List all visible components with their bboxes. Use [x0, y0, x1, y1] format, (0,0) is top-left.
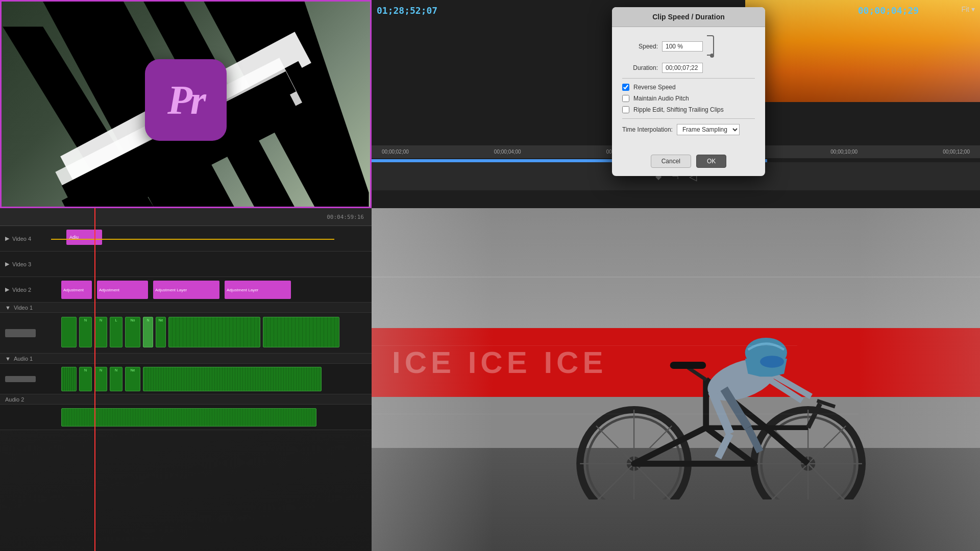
ripple-edit-checkbox[interactable] [622, 106, 629, 113]
audio-clip-5[interactable]: Ne [125, 367, 140, 391]
track-area: ▶ Video 4 Adju ▶ Video 3 [0, 226, 372, 551]
maintain-audio-pitch-label: Maintain Audio Pitch [633, 95, 689, 102]
audio-clip-a2-long[interactable] [61, 408, 316, 427]
track-a2-clips [0, 405, 372, 430]
track-audio-2-content [0, 405, 372, 430]
yellow-work-area-bar [0, 239, 372, 240]
track-video-3: ▶ Video 3 [0, 252, 372, 277]
track-label-audio-2: Audio 2 [0, 396, 61, 403]
track-video-2: ▶ Video 2 Adjustment Adjustment Adjustme… [0, 277, 372, 303]
clip-green-3[interactable]: N [94, 317, 107, 347]
audio-clip-3[interactable]: N [94, 367, 107, 391]
duration-value[interactable]: 00;00;07;22 [662, 63, 703, 73]
clip-adju-v4[interactable]: Adju [66, 230, 102, 245]
track-name-video-3: Video 3 [12, 261, 31, 267]
track-name-video-1: Video 1 [14, 305, 33, 311]
reverse-speed-checkbox[interactable] [622, 84, 629, 91]
motion-streak-2 [372, 345, 797, 346]
track-label-audio-1: ▼ Audio 1 [0, 356, 61, 362]
clip-adjustment-1-label: Adjustment [63, 288, 84, 292]
reverse-speed-label: Reverse Speed [633, 84, 676, 91]
clip-green-5[interactable]: No [125, 317, 140, 347]
fit-label-text: Fit [961, 5, 969, 13]
track-expand-icon-a1[interactable]: ▼ [5, 356, 11, 362]
speed-label: Speed: [622, 43, 658, 50]
track-audio-2-header: Audio 2 [0, 394, 372, 405]
audio-clip-long[interactable] [143, 367, 322, 391]
time-interpolation-label: Time Interpolation: [622, 126, 673, 133]
track-label-video-1: ▼ Video 1 [0, 305, 61, 311]
track-video-1-header: ▼ Video 1 [0, 303, 372, 313]
track-v1-clips: N N L No N Ne [61, 313, 372, 353]
track-audio-1-content: N N N Ne [0, 364, 372, 394]
track-label-video-3: ▶ Video 3 [0, 261, 61, 267]
maintain-audio-pitch-row[interactable]: Maintain Audio Pitch [622, 95, 755, 102]
clip-speed-dialog: Clip Speed / Duration Speed: 100 % [612, 7, 765, 176]
track-a1-volume[interactable] [5, 376, 36, 382]
dialog-divider-2 [622, 118, 755, 119]
fit-dropdown[interactable]: Fit ▾ [961, 5, 975, 13]
clip-green-long[interactable] [168, 317, 260, 347]
clip-green-4[interactable]: L [110, 317, 122, 347]
clip-green-6[interactable]: N [143, 317, 153, 347]
panel-cyclist: ice ice ice [372, 208, 980, 551]
track-content-video-2: Adjustment Adjustment Adjustment Layer A… [61, 277, 372, 302]
dialog-titlebar: Clip Speed / Duration [612, 7, 765, 27]
track-expand-icon-v3[interactable]: ▶ [5, 261, 9, 267]
pr-letter: Pr [167, 77, 204, 123]
cyclist-figure [493, 260, 919, 499]
track-expand-icon-v1[interactable]: ▼ [5, 305, 11, 311]
duration-label: Duration: [622, 64, 658, 71]
dialog-buttons: Cancel OK [612, 149, 765, 176]
fit-chevron-icon: ▾ [971, 5, 975, 13]
track-a1-controls [0, 376, 61, 382]
dialog-title: Clip Speed / Duration [652, 13, 725, 21]
svg-line-33 [688, 367, 706, 380]
speed-value[interactable]: 100 % [662, 41, 703, 52]
clip-adjustment-layer-1-label: Adjustment Layer [155, 288, 187, 292]
maintain-audio-pitch-checkbox[interactable] [622, 95, 629, 102]
track-name-audio-2: Audio 2 [5, 396, 24, 403]
reverse-speed-row[interactable]: Reverse Speed [622, 84, 755, 91]
ripple-edit-label: Ripple Edit, Shifting Trailing Clips [633, 106, 724, 113]
clip-adjustment-layer-2-label: Adjustment Layer [227, 288, 258, 292]
bike-frame [580, 338, 863, 500]
ok-button[interactable]: OK [696, 155, 726, 168]
time-interpolation-row: Time Interpolation: Frame Sampling Frame… [622, 124, 755, 135]
panel-premiere-logo: Pr [0, 0, 372, 208]
premiere-pro-logo: Pr [145, 59, 227, 141]
clip-green-7[interactable]: Ne [156, 317, 166, 347]
clip-adjustment-2[interactable]: Adjustment [97, 281, 148, 299]
time-interpolation-select[interactable]: Frame Sampling Frame Blending Optical Fl… [677, 124, 740, 135]
track-video-1-content: N N L No N Ne [0, 313, 372, 354]
clip-adjustment-layer-1[interactable]: Adjustment Layer [153, 281, 219, 299]
clip-green-1[interactable] [61, 317, 77, 347]
clip-adjustment-layer-2[interactable]: Adjustment Layer [225, 281, 291, 299]
link-dot [710, 54, 714, 58]
svg-rect-34 [670, 362, 706, 369]
ripple-edit-row[interactable]: Ripple Edit, Shifting Trailing Clips [622, 106, 755, 113]
track-label-video-2: ▶ Video 2 [0, 286, 61, 293]
motion-streak-1 [372, 277, 980, 278]
timeline-timecode: 00:04:59:16 [327, 214, 364, 220]
panel-timeline: 00:04:59:16 ▶ Video 4 Adju [0, 208, 372, 551]
track-expand-icon-v2[interactable]: ▶ [5, 286, 9, 293]
track-name-video-2: Video 2 [12, 287, 31, 293]
clip-adjustment-1[interactable]: Adjustment [61, 281, 92, 299]
audio-clip-1[interactable] [61, 367, 77, 391]
audio-clip-2[interactable]: N [79, 367, 92, 391]
dialog-divider-1 [622, 78, 755, 79]
track-content-video-3 [61, 252, 372, 277]
link-icon[interactable] [707, 35, 714, 58]
timecode-left[interactable]: 01;28;52;07 [377, 5, 437, 16]
track-v1-volume[interactable] [5, 329, 36, 337]
duration-row: Duration: 00;00;07;22 [622, 63, 755, 73]
playhead-red [94, 208, 95, 551]
cancel-button[interactable]: Cancel [651, 155, 691, 168]
clip-green-long-2[interactable] [263, 317, 339, 347]
audio-clip-4[interactable]: N [110, 367, 122, 391]
track-a1-clips: N N N Ne [61, 364, 372, 394]
timeline-header: 00:04:59:16 [0, 208, 372, 226]
timecode-right[interactable]: 00;00;04;29 [858, 5, 919, 16]
clip-green-2[interactable]: N [79, 317, 92, 347]
